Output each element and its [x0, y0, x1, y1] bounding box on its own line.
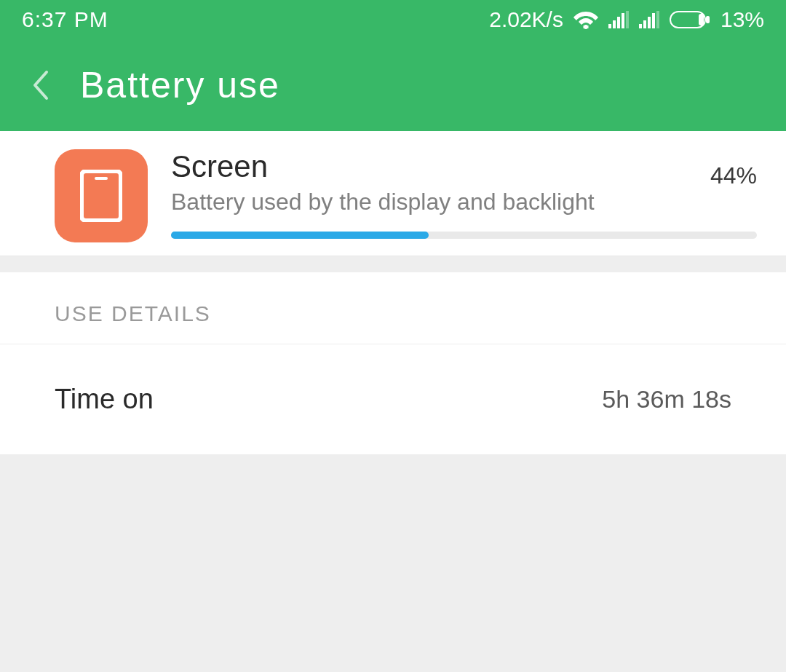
- status-time: 6:37 PM: [22, 7, 108, 32]
- detail-value: 5h 36m 18s: [602, 385, 731, 414]
- section-header-label: USE DETAILS: [55, 301, 731, 326]
- detail-row-time-on[interactable]: Time on 5h 36m 18s: [0, 344, 786, 454]
- svg-rect-4: [622, 13, 624, 28]
- detail-label: Time on: [55, 384, 154, 415]
- svg-rect-15: [95, 177, 108, 180]
- svg-point-0: [584, 25, 588, 29]
- svg-rect-8: [648, 17, 651, 28]
- header-bar: Battery use: [0, 39, 786, 131]
- use-details-section: USE DETAILS Time on 5h 36m 18s: [0, 272, 786, 454]
- status-right: 2.02K/s: [489, 7, 764, 32]
- battery-icon: [670, 11, 710, 28]
- summary-body: Screen Battery used by the display and b…: [171, 149, 757, 239]
- back-button[interactable]: [22, 56, 58, 114]
- screen-icon: [55, 149, 148, 242]
- svg-rect-10: [656, 11, 659, 28]
- svg-rect-12: [706, 16, 710, 23]
- status-net-speed: 2.02K/s: [489, 7, 563, 32]
- usage-progress-fill: [171, 232, 429, 239]
- signal2-icon: [639, 11, 659, 28]
- wifi-icon: [573, 9, 598, 30]
- svg-rect-3: [617, 17, 620, 28]
- app-title: Screen: [171, 149, 696, 184]
- svg-rect-9: [652, 13, 655, 28]
- app-desc: Battery used by the display and backligh…: [171, 189, 696, 216]
- svg-rect-6: [639, 24, 642, 28]
- section-header: USE DETAILS: [0, 272, 786, 344]
- usage-progress: [171, 232, 757, 239]
- svg-rect-7: [643, 20, 646, 28]
- svg-rect-13: [699, 14, 704, 25]
- status-bar: 6:37 PM 2.02K/s: [0, 0, 786, 39]
- svg-rect-1: [608, 24, 611, 28]
- status-battery-pct: 13%: [720, 7, 764, 32]
- usage-percentage: 44%: [710, 162, 757, 189]
- svg-rect-2: [613, 20, 616, 28]
- chevron-left-icon: [31, 69, 49, 101]
- svg-rect-5: [626, 11, 629, 28]
- battery-summary-card: Screen Battery used by the display and b…: [0, 131, 786, 256]
- signal1-icon: [608, 11, 629, 28]
- page-title: Battery use: [80, 64, 280, 106]
